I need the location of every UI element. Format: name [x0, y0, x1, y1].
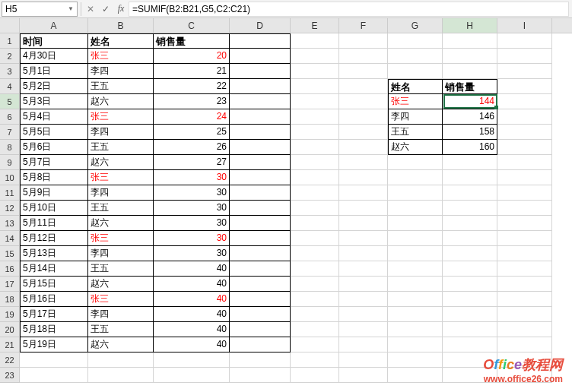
row-header-19[interactable]: 19	[0, 307, 20, 322]
cell-I10[interactable]	[497, 170, 552, 185]
cell-B1[interactable]: 姓名	[88, 33, 154, 49]
cell-B6[interactable]: 张三	[88, 109, 154, 125]
cell-F15[interactable]	[339, 246, 388, 261]
cell-I9[interactable]	[497, 155, 552, 170]
cell-E15[interactable]	[291, 246, 339, 261]
cell-A23[interactable]	[20, 368, 88, 383]
cell-I11[interactable]	[497, 185, 552, 201]
cell-H7[interactable]: 158	[443, 125, 497, 140]
cell-A2[interactable]: 4月30日	[20, 49, 88, 64]
cell-H5[interactable]: 144	[443, 94, 497, 109]
cell-E13[interactable]	[291, 216, 339, 231]
cell-C4[interactable]: 22	[154, 79, 230, 94]
cell-F8[interactable]	[339, 140, 388, 155]
cell-B19[interactable]: 李四	[88, 307, 154, 322]
cell-A6[interactable]: 5月4日	[20, 109, 88, 125]
cell-F5[interactable]	[339, 94, 388, 109]
cell-A1[interactable]: 时间	[20, 33, 88, 49]
cell-D9[interactable]	[230, 155, 291, 170]
cell-H12[interactable]	[443, 201, 497, 216]
cancel-icon[interactable]: ✕	[83, 2, 98, 17]
cell-D7[interactable]	[230, 125, 291, 140]
cell-D5[interactable]	[230, 94, 291, 109]
cell-H11[interactable]	[443, 185, 497, 201]
cell-I16[interactable]	[497, 261, 552, 277]
cell-B9[interactable]: 赵六	[88, 155, 154, 170]
cell-A15[interactable]: 5月13日	[20, 246, 88, 261]
cell-H21[interactable]	[443, 337, 497, 352]
row-header-23[interactable]: 23	[0, 368, 20, 383]
cell-F22[interactable]	[339, 352, 388, 368]
row-header-18[interactable]: 18	[0, 292, 20, 307]
cell-I20[interactable]	[497, 322, 552, 337]
cell-A18[interactable]: 5月16日	[20, 292, 88, 307]
cell-E20[interactable]	[291, 322, 339, 337]
cell-C23[interactable]	[154, 368, 230, 383]
cell-H16[interactable]	[443, 261, 497, 277]
cell-F21[interactable]	[339, 337, 388, 352]
cell-C20[interactable]: 40	[154, 322, 230, 337]
row-header-17[interactable]: 17	[0, 277, 20, 292]
cell-H9[interactable]	[443, 155, 497, 170]
cell-G10[interactable]	[388, 170, 443, 185]
cell-F16[interactable]	[339, 261, 388, 277]
cell-B5[interactable]: 赵六	[88, 94, 154, 109]
row-header-15[interactable]: 15	[0, 246, 20, 261]
cell-D10[interactable]	[230, 170, 291, 185]
row-header-5[interactable]: 5	[0, 94, 20, 109]
cell-D11[interactable]	[230, 185, 291, 201]
cell-H2[interactable]	[443, 49, 497, 64]
cell-H4[interactable]: 销售量	[443, 79, 497, 94]
cell-B16[interactable]: 王五	[88, 261, 154, 277]
cell-H3[interactable]	[443, 64, 497, 79]
cell-F20[interactable]	[339, 322, 388, 337]
cell-E23[interactable]	[291, 368, 339, 383]
cell-A16[interactable]: 5月14日	[20, 261, 88, 277]
cell-B13[interactable]: 赵六	[88, 216, 154, 231]
cell-C14[interactable]: 30	[154, 231, 230, 246]
cell-C1[interactable]: 销售量	[154, 33, 230, 49]
cell-G5[interactable]: 张三	[388, 94, 443, 109]
cell-F9[interactable]	[339, 155, 388, 170]
row-header-22[interactable]: 22	[0, 352, 20, 368]
row-header-3[interactable]: 3	[0, 64, 20, 79]
cell-A3[interactable]: 5月1日	[20, 64, 88, 79]
cell-F4[interactable]	[339, 79, 388, 94]
cell-G7[interactable]: 王五	[388, 125, 443, 140]
cell-B22[interactable]	[88, 352, 154, 368]
cell-A8[interactable]: 5月6日	[20, 140, 88, 155]
cell-F23[interactable]	[339, 368, 388, 383]
col-header-I[interactable]: I	[497, 18, 552, 33]
cell-I14[interactable]	[497, 231, 552, 246]
cell-A4[interactable]: 5月2日	[20, 79, 88, 94]
cell-D13[interactable]	[230, 216, 291, 231]
cell-E21[interactable]	[291, 337, 339, 352]
cell-B3[interactable]: 李四	[88, 64, 154, 79]
cell-I19[interactable]	[497, 307, 552, 322]
col-header-D[interactable]: D	[230, 18, 291, 33]
cell-D6[interactable]	[230, 109, 291, 125]
cell-I1[interactable]	[497, 33, 552, 49]
cell-E10[interactable]	[291, 170, 339, 185]
cell-E7[interactable]	[291, 125, 339, 140]
cell-H20[interactable]	[443, 322, 497, 337]
cell-I2[interactable]	[497, 49, 552, 64]
cell-F3[interactable]	[339, 64, 388, 79]
cell-C22[interactable]	[154, 352, 230, 368]
cell-E4[interactable]	[291, 79, 339, 94]
cell-C3[interactable]: 21	[154, 64, 230, 79]
cell-H13[interactable]	[443, 216, 497, 231]
cell-B18[interactable]: 张三	[88, 292, 154, 307]
row-header-7[interactable]: 7	[0, 125, 20, 140]
row-header-12[interactable]: 12	[0, 201, 20, 216]
cell-C12[interactable]: 30	[154, 201, 230, 216]
cell-F6[interactable]	[339, 109, 388, 125]
cell-H19[interactable]	[443, 307, 497, 322]
cell-A9[interactable]: 5月7日	[20, 155, 88, 170]
cell-G16[interactable]	[388, 261, 443, 277]
cell-B8[interactable]: 王五	[88, 140, 154, 155]
cell-G1[interactable]	[388, 33, 443, 49]
cell-G20[interactable]	[388, 322, 443, 337]
cell-C8[interactable]: 26	[154, 140, 230, 155]
row-header-16[interactable]: 16	[0, 261, 20, 277]
